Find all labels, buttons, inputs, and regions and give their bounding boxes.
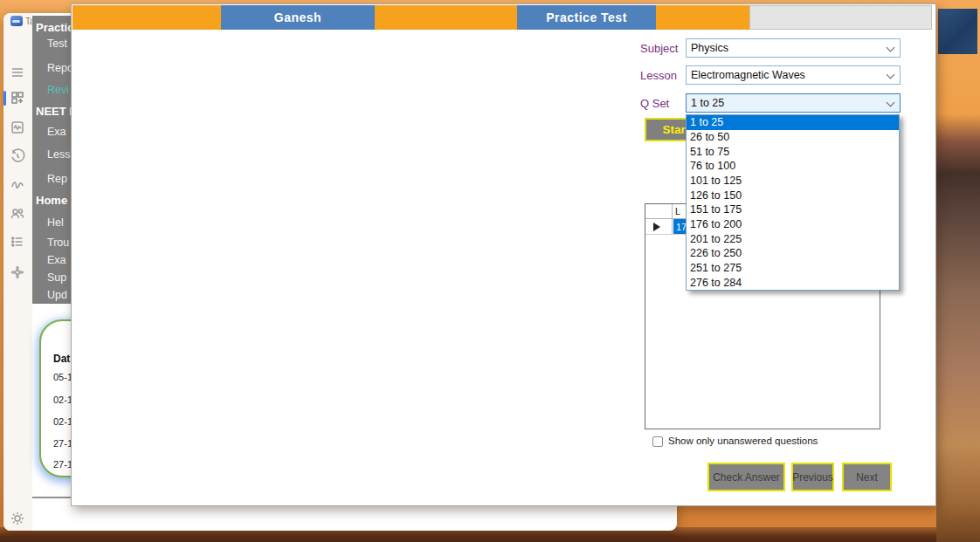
sidebar-item-update[interactable]: Upd bbox=[47, 289, 67, 301]
icon-rail bbox=[3, 13, 32, 531]
dashboard-icon[interactable] bbox=[10, 90, 27, 107]
chevron-down-icon bbox=[887, 71, 895, 79]
sidebar-group-practice[interactable]: Practic bbox=[36, 21, 73, 34]
dropdown-option[interactable]: 26 to 50 bbox=[687, 130, 899, 145]
row-selector-arrow-icon bbox=[653, 223, 660, 231]
dropdown-option[interactable]: 126 to 150 bbox=[687, 188, 899, 202]
banner-segment bbox=[656, 5, 749, 30]
sidebar-item-report2[interactable]: Rep bbox=[47, 173, 67, 185]
next-button[interactable]: Next bbox=[842, 463, 892, 491]
dropdown-option[interactable]: 101 to 125 bbox=[687, 174, 899, 189]
show-unanswered-checkbox[interactable] bbox=[652, 436, 663, 447]
banner-segment bbox=[375, 5, 517, 30]
qset-dropdown-list: 1 to 25 26 to 50 51 to 75 76 to 100 101 … bbox=[686, 114, 900, 291]
date-row: 02-1 bbox=[53, 394, 72, 405]
dropdown-option[interactable]: 76 to 100 bbox=[687, 159, 899, 174]
sidebar-item-exam2[interactable]: Exa bbox=[47, 254, 66, 266]
dropdown-option[interactable]: 151 to 175 bbox=[687, 202, 899, 217]
dropdown-option[interactable]: 201 to 225 bbox=[687, 231, 899, 246]
banner-tab-ganesh[interactable]: Ganesh bbox=[221, 5, 375, 30]
practice-test-dialog: Ganesh Practice Test Subject Physics Les… bbox=[71, 3, 936, 506]
subject-label: Subject bbox=[640, 42, 678, 55]
banner-tab-practice-test[interactable]: Practice Test bbox=[517, 5, 656, 30]
sidebar-item-trouble[interactable]: Trou bbox=[47, 237, 69, 249]
date-row: 27-1 bbox=[53, 459, 72, 470]
sidebar-item-review[interactable]: Revi bbox=[47, 84, 69, 96]
lesson-label: Lesson bbox=[640, 69, 677, 82]
subject-select[interactable]: Physics bbox=[686, 38, 901, 58]
list-icon[interactable] bbox=[10, 234, 27, 251]
divider-line bbox=[32, 497, 71, 498]
flower-icon[interactable] bbox=[10, 264, 27, 282]
dropdown-option[interactable]: 226 to 250 bbox=[687, 246, 899, 261]
settings-gear-icon[interactable] bbox=[10, 511, 27, 528]
grid-column-header: L bbox=[675, 206, 680, 216]
dropdown-option[interactable]: 251 to 275 bbox=[687, 261, 899, 276]
sidebar-item-exam[interactable]: Exa bbox=[47, 126, 66, 138]
sidebar-item-test[interactable]: Test bbox=[47, 38, 67, 50]
screen: Ta Practic Test Repo Revi NEET E Exa Les… bbox=[0, 0, 980, 542]
desktop-shortcut-tile[interactable] bbox=[938, 9, 977, 54]
dropdown-option[interactable]: 276 to 284 bbox=[687, 275, 899, 290]
qset-label: Q Set bbox=[640, 97, 669, 110]
sidebar-group-home[interactable]: Home bbox=[36, 194, 67, 207]
users-icon[interactable] bbox=[10, 206, 27, 223]
lesson-value: Electromagnetic Waves bbox=[691, 69, 805, 81]
banner-empty-segment bbox=[749, 5, 932, 30]
app-logo-icon bbox=[10, 16, 23, 26]
qset-select[interactable]: 1 to 25 bbox=[686, 93, 901, 113]
header-banner: Ganesh Practice Test bbox=[72, 5, 935, 30]
date-column-header: Dat bbox=[53, 353, 70, 365]
dropdown-option[interactable]: 176 to 200 bbox=[687, 217, 899, 232]
chevron-down-icon bbox=[887, 99, 895, 107]
date-row: 05-1 bbox=[53, 372, 72, 382]
qset-value: 1 to 25 bbox=[691, 97, 724, 109]
dropdown-option[interactable]: 51 to 75 bbox=[687, 144, 899, 159]
menu-icon[interactable] bbox=[10, 65, 27, 82]
chevron-down-icon bbox=[887, 44, 895, 52]
active-item-indicator bbox=[3, 91, 6, 106]
date-row: 27-1 bbox=[53, 438, 72, 449]
sidebar-item-report[interactable]: Repo bbox=[47, 62, 73, 74]
lesson-select[interactable]: Electromagnetic Waves bbox=[686, 65, 901, 85]
signature-icon[interactable] bbox=[10, 176, 27, 194]
activity-icon[interactable] bbox=[10, 120, 27, 137]
banner-segment bbox=[72, 5, 221, 30]
sidebar-item-help[interactable]: Hel bbox=[47, 216, 64, 229]
dropdown-option-selected[interactable]: 1 to 25 bbox=[687, 115, 899, 130]
check-answer-button[interactable]: Check Answer bbox=[707, 463, 785, 491]
previous-button[interactable]: Previous bbox=[791, 463, 834, 491]
date-row: 02-1 bbox=[53, 416, 72, 427]
show-unanswered-label: Show only unanswered questions bbox=[668, 436, 818, 446]
sidebar-item-support[interactable]: Sup bbox=[47, 271, 66, 284]
history-icon[interactable] bbox=[10, 148, 27, 166]
desktop-wallpaper-right bbox=[936, 0, 980, 542]
subject-value: Physics bbox=[691, 42, 728, 54]
sidebar-item-lesson[interactable]: Less bbox=[47, 148, 70, 161]
